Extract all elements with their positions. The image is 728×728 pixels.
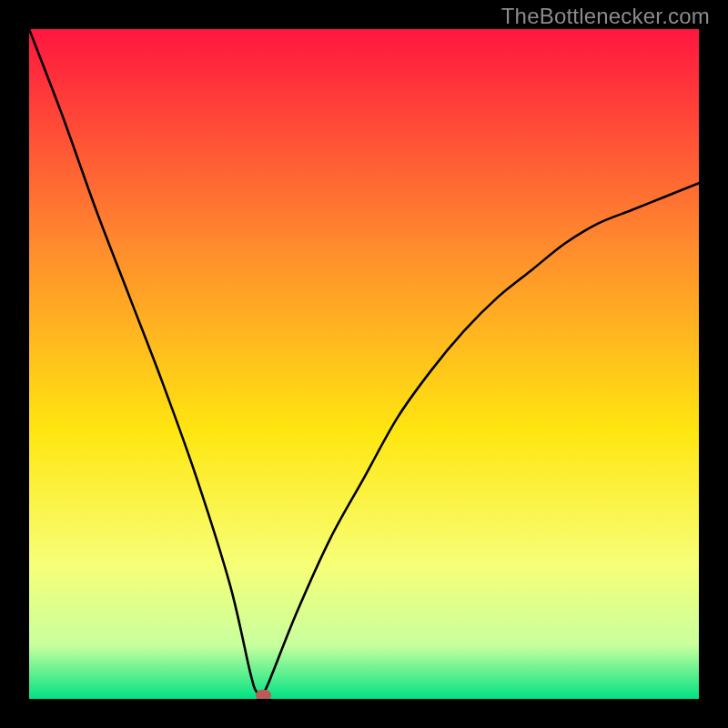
minimum-marker-dot <box>256 690 271 699</box>
watermark-text: TheBottlenecker.com <box>501 4 710 29</box>
bottleneck-curve <box>29 29 699 699</box>
chart-frame: TheBottlenecker.com <box>0 0 728 728</box>
plot-area <box>29 29 699 699</box>
